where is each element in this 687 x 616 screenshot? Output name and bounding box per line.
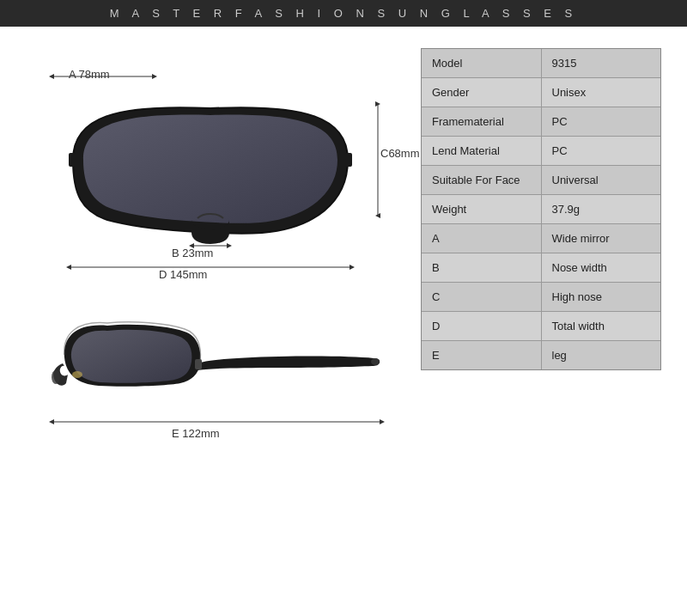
table-row: Eleg — [422, 341, 660, 369]
spec-label: C — [422, 283, 542, 311]
main-content: A 78mm — [0, 27, 687, 613]
table-row: CHigh nose — [422, 283, 660, 312]
dimension-a-value: A 78mm — [69, 68, 110, 81]
spec-value: PC — [542, 107, 661, 136]
table-row: FramematerialPC — [422, 107, 660, 137]
spec-value: leg — [542, 341, 661, 369]
spec-value: PC — [542, 137, 661, 165]
table-row: Model9315 — [422, 49, 660, 78]
svg-point-9 — [371, 358, 380, 365]
front-view-diagram: A 78mm — [30, 61, 399, 302]
spec-label: Lend Material — [422, 137, 542, 165]
spec-label: A — [422, 224, 542, 253]
spec-label: Model — [422, 49, 542, 77]
side-view-diagram: E 122mm — [30, 310, 399, 482]
spec-value: Nose width — [542, 253, 661, 282]
spec-label: D — [422, 312, 542, 340]
spec-label: Weight — [422, 195, 542, 223]
spec-label: Framematerial — [422, 107, 542, 136]
svg-rect-2 — [345, 153, 352, 167]
dimension-a-label: A 78mm — [47, 70, 159, 83]
svg-text:D 145mm: D 145mm — [159, 268, 207, 280]
svg-point-8 — [52, 370, 60, 384]
table-row: GenderUnisex — [422, 78, 660, 107]
spec-label: B — [422, 253, 542, 282]
spec-value: High nose — [542, 283, 661, 311]
svg-rect-1 — [69, 153, 76, 167]
spec-label: Suitable For Face — [422, 166, 542, 194]
dimension-c: C68mm — [365, 100, 391, 220]
table-row: BNose width — [422, 253, 660, 283]
glasses-front-svg: B 23mm D 145mm — [47, 91, 374, 280]
spec-value: Total width — [542, 312, 661, 340]
table-row: DTotal width — [422, 312, 660, 341]
svg-point-11 — [72, 371, 82, 378]
table-row: Lend MaterialPC — [422, 137, 660, 166]
svg-text:E 122mm: E 122mm — [172, 427, 220, 440]
table-row: Suitable For FaceUniversal — [422, 166, 660, 195]
glasses-side-svg: E 122mm — [47, 310, 391, 448]
page-header: M A S T E R F A S H I O N S U N G L A S … — [0, 0, 687, 27]
svg-text:B 23mm: B 23mm — [172, 247, 213, 259]
spec-value: Universal — [542, 166, 661, 194]
spec-label: Gender — [422, 78, 542, 107]
left-panel: A 78mm — [26, 44, 404, 595]
table-row: Weight37.9g — [422, 195, 660, 224]
svg-rect-10 — [195, 359, 202, 369]
spec-value: Unisex — [542, 78, 661, 107]
spec-value: Wide mirror — [542, 224, 661, 253]
specs-table: Model9315GenderUnisexFramematerialPCLend… — [421, 48, 661, 370]
table-row: AWide mirror — [422, 224, 660, 253]
header-title: M A S T E R F A S H I O N S U N G L A S … — [110, 7, 577, 20]
spec-label: E — [422, 341, 542, 369]
spec-value: 37.9g — [542, 195, 661, 223]
spec-value: 9315 — [542, 49, 661, 77]
dimension-c-value: C68mm — [380, 147, 420, 160]
